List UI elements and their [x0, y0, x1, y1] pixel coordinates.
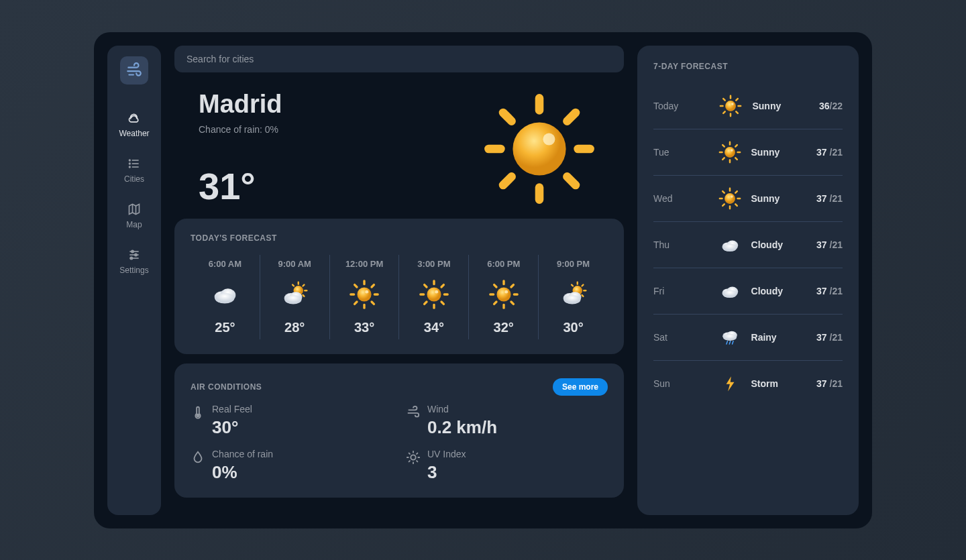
list-icon — [127, 157, 141, 170]
weather-icon — [127, 111, 141, 125]
air-conditions-card: AIR CONDITIONS See more Real Feel30°Wind… — [174, 363, 624, 498]
drop-icon — [191, 450, 205, 483]
nav-item-map[interactable]: Map — [126, 203, 142, 229]
day-condition: Rainy — [751, 332, 785, 343]
hour-time: 9:00 AM — [278, 259, 311, 269]
svg-point-43 — [197, 414, 199, 416]
hour-forecast: 6:00 AM25° — [191, 255, 260, 339]
day-row: SatRainy37 /21 — [653, 315, 843, 361]
hour-temp: 33° — [354, 320, 374, 335]
wind-icon — [406, 405, 421, 438]
hour-time: 6:00 PM — [487, 259, 520, 269]
air-conditions-title: AIR CONDITIONS — [191, 382, 262, 392]
air-label: Wind — [427, 404, 497, 414]
day-row: TueSunny37 /21 — [653, 129, 843, 176]
search-input[interactable] — [174, 46, 624, 72]
svg-line-52 — [417, 453, 417, 453]
day-condition: Storm — [751, 378, 785, 389]
nav-label: Cities — [124, 174, 144, 184]
sunny-icon — [718, 140, 742, 164]
nav-item-cities[interactable]: Cities — [124, 157, 144, 184]
svg-point-40 — [131, 250, 133, 252]
cloudy-icon — [209, 278, 241, 311]
day-name: Today — [653, 101, 686, 111]
svg-point-41 — [135, 254, 137, 256]
main-column: Madrid Chance of rain: 0% 31° TODAY'S FO… — [174, 46, 624, 515]
air-value: 0% — [212, 462, 273, 483]
hour-forecast: 3:00 PM34° — [399, 255, 469, 339]
current-temperature: 31° — [199, 164, 282, 208]
svg-marker-34 — [129, 204, 140, 214]
nav-item-weather[interactable]: Weather — [119, 111, 149, 138]
day-row: ThuCloudy37 /21 — [653, 222, 843, 268]
nav-label: Weather — [119, 129, 149, 138]
air-label: Real Feel — [212, 404, 252, 414]
hour-temp: 28° — [284, 320, 305, 335]
sunny-icon — [348, 278, 380, 311]
wind-icon — [125, 62, 143, 79]
nav-label: Settings — [119, 266, 148, 275]
day-condition: Cloudy — [751, 239, 785, 250]
air-item-thermometer: Real Feel30° — [191, 404, 392, 438]
day-condition: Sunny — [751, 193, 785, 204]
hour-time: 3:00 PM — [417, 259, 450, 269]
day-temp: 36/22 — [819, 101, 843, 111]
day-name: Wed — [653, 193, 686, 204]
day-row: FriCloudy37 /21 — [653, 268, 843, 315]
svg-line-51 — [409, 461, 410, 461]
day-temp: 37 /21 — [816, 286, 843, 296]
week-forecast-title: 7-DAY FORECAST — [653, 62, 843, 71]
air-item-drop: Chance of rain0% — [191, 449, 392, 483]
hour-forecast: 12:00 PM33° — [330, 255, 400, 339]
svg-point-42 — [130, 257, 132, 259]
app-logo — [120, 56, 148, 85]
air-value: 30° — [212, 417, 252, 438]
sunny-icon — [718, 186, 742, 211]
day-condition: Sunny — [751, 147, 785, 158]
app-window: WeatherCitiesMapSettings Madrid Chance o… — [94, 32, 872, 528]
air-label: UV Index — [427, 449, 466, 459]
hour-time: 9:00 PM — [557, 259, 590, 269]
svg-line-49 — [409, 453, 410, 453]
map-icon — [127, 203, 141, 216]
day-condition: Sunny — [752, 101, 786, 111]
today-forecast-title: TODAY'S FORECAST — [191, 233, 608, 243]
hour-forecast: 9:00 AM28° — [260, 255, 330, 339]
sunny-icon — [488, 278, 520, 311]
day-name: Fri — [653, 286, 686, 296]
see-more-button[interactable]: See more — [553, 378, 608, 396]
day-name: Tue — [653, 147, 686, 158]
air-value: 3 — [427, 462, 466, 483]
air-value: 0.2 km/h — [427, 417, 497, 438]
sun-icon — [406, 450, 421, 483]
svg-point-31 — [129, 160, 130, 161]
day-temp: 37 /21 — [816, 332, 843, 343]
hour-temp: 25° — [215, 320, 235, 335]
hour-temp: 30° — [563, 320, 583, 335]
day-condition: Cloudy — [751, 286, 785, 296]
hour-temp: 32° — [494, 320, 514, 335]
nav-item-settings[interactable]: Settings — [119, 248, 148, 275]
day-temp: 37 /21 — [816, 147, 843, 158]
cloudy-icon — [718, 279, 742, 303]
city-name: Madrid — [199, 90, 282, 119]
hour-time: 12:00 PM — [345, 259, 383, 269]
current-weather: Madrid Chance of rain: 0% 31° — [174, 82, 624, 209]
day-temp: 37 /21 — [816, 193, 843, 204]
air-label: Chance of rain — [212, 449, 273, 459]
day-row: SunStorm37 /21 — [653, 361, 843, 406]
partly-icon — [557, 278, 590, 311]
sidebar: WeatherCitiesMapSettings — [107, 46, 161, 515]
day-row: WedSunny37 /21 — [653, 176, 843, 222]
day-name: Sat — [653, 332, 686, 343]
cloudy-icon — [718, 233, 742, 257]
hour-forecast: 6:00 PM32° — [469, 255, 539, 339]
svg-point-32 — [129, 163, 130, 164]
partly-icon — [278, 278, 311, 311]
rain-chance-label: Chance of rain: 0% — [199, 124, 282, 135]
storm-icon — [718, 372, 742, 396]
svg-point-33 — [129, 166, 130, 168]
rainy-icon — [718, 325, 742, 349]
week-forecast-card: 7-DAY FORECAST TodaySunny36/22TueSunny37… — [637, 46, 859, 515]
hour-time: 6:00 AM — [209, 259, 241, 269]
